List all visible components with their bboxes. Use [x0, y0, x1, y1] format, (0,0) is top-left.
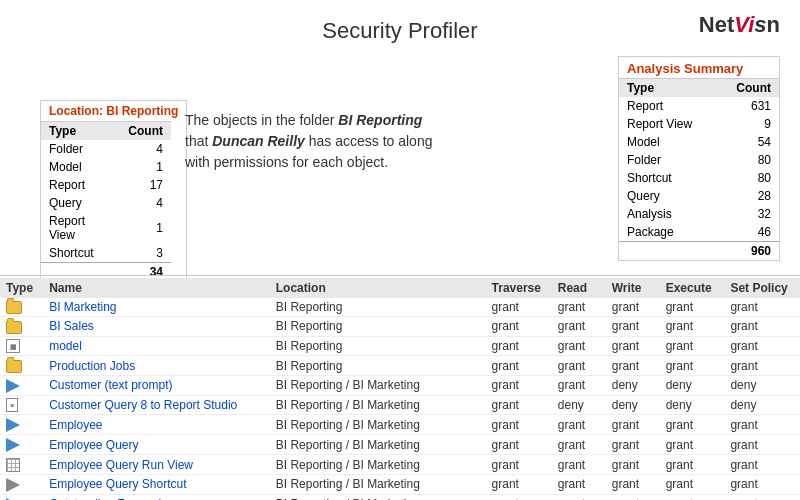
row-read-cell: grant	[552, 317, 606, 336]
loc-type: Model	[41, 158, 120, 176]
row-location-cell: BI Reporting / BI Marketing	[270, 375, 486, 395]
row-read-cell: grant	[552, 298, 606, 317]
row-set-policy-cell: grant	[724, 317, 800, 336]
logo-net: Net	[699, 12, 734, 37]
table-row: BI Marketing BI Reporting grant grant gr…	[0, 298, 800, 317]
row-location-cell: BI Reporting	[270, 336, 486, 356]
row-type-cell	[0, 356, 43, 375]
as-count: 46	[718, 223, 780, 242]
folder-icon	[6, 301, 22, 314]
row-type-cell	[0, 298, 43, 317]
logo-n: n	[767, 12, 780, 37]
analysis-summary-box: Analysis Summary Type Count Report631Rep…	[618, 56, 780, 261]
as-count: 631	[718, 97, 780, 115]
row-traverse-cell: grant	[486, 356, 552, 375]
grid-icon	[6, 458, 20, 472]
logo: NetVisn	[699, 12, 780, 38]
row-name-link[interactable]: Employee Query	[49, 438, 138, 452]
col-write: Write	[606, 278, 660, 298]
list-item: Folder80	[619, 151, 779, 169]
row-traverse-cell: grant	[486, 435, 552, 455]
row-read-cell: grant	[552, 435, 606, 455]
row-name-link[interactable]: Employee	[49, 418, 102, 432]
folder-icon	[6, 360, 22, 373]
row-type-cell	[0, 494, 43, 500]
location-table: Type Count Folder4Model1Report17Query4Re…	[41, 121, 171, 281]
as-type: Package	[619, 223, 718, 242]
row-name-link[interactable]: model	[49, 339, 82, 353]
page-title: Security Profiler	[0, 18, 800, 44]
col-traverse: Traverse	[486, 278, 552, 298]
row-traverse-cell: grant	[486, 415, 552, 435]
row-location-cell: BI Reporting / BI Marketing	[270, 415, 486, 435]
row-write-cell: grant	[606, 415, 660, 435]
col-type: Type	[0, 278, 43, 298]
row-location-cell: BI Reporting	[270, 317, 486, 336]
row-name-link[interactable]: Production Jobs	[49, 359, 135, 373]
list-item: Report631	[619, 97, 779, 115]
row-name-link[interactable]: BI Sales	[49, 319, 94, 333]
logo-s: s	[754, 12, 766, 37]
query-icon	[6, 379, 20, 393]
row-read-cell: grant	[552, 494, 606, 500]
row-execute-cell: grant	[660, 317, 725, 336]
row-execute-cell: grant	[660, 336, 725, 356]
row-type-cell	[0, 415, 43, 435]
row-name-cell[interactable]: Employee	[43, 415, 270, 435]
col-name: Name	[43, 278, 270, 298]
row-name-cell[interactable]: Employee Query	[43, 435, 270, 455]
row-location-cell: BI Reporting / BI Marketing	[270, 494, 486, 500]
list-item: Shortcut3	[41, 244, 171, 263]
table-row: Employee Query BI Reporting / BI Marketi…	[0, 435, 800, 455]
query-icon	[6, 418, 20, 432]
table-row: Employee Query Shortcut BI Reporting / B…	[0, 474, 800, 494]
as-count: 28	[718, 187, 780, 205]
main-table-container[interactable]: Type Name Location Traverse Read Write E…	[0, 278, 800, 500]
row-traverse-cell: grant	[486, 395, 552, 415]
row-name-cell[interactable]: Outstanding Forwards	[43, 494, 270, 500]
row-name-link[interactable]: BI Marketing	[49, 300, 116, 314]
row-name-cell[interactable]: BI Sales	[43, 317, 270, 336]
row-execute-cell: deny	[660, 395, 725, 415]
row-name-cell[interactable]: Customer Query 8 to Report Studio	[43, 395, 270, 415]
row-name-cell[interactable]: BI Marketing	[43, 298, 270, 317]
col-location: Location	[270, 278, 486, 298]
row-write-cell: grant	[606, 336, 660, 356]
row-set-policy-cell: grant	[724, 415, 800, 435]
row-execute-cell: grant	[660, 298, 725, 317]
row-location-cell: BI Reporting	[270, 298, 486, 317]
row-name-link[interactable]: Employee Query Shortcut	[49, 477, 186, 491]
page-header: Security Profiler	[0, 0, 800, 52]
row-execute-cell: grant	[660, 474, 725, 494]
loc-type: Folder	[41, 140, 120, 158]
list-item: Shortcut80	[619, 169, 779, 187]
row-traverse-cell: grant	[486, 317, 552, 336]
row-name-cell[interactable]: Production Jobs	[43, 356, 270, 375]
location-title: Location: BI Reporting	[41, 101, 186, 121]
loc-count: 1	[120, 158, 171, 176]
row-write-cell: grant	[606, 356, 660, 375]
row-name-link[interactable]: Customer (text prompt)	[49, 378, 172, 392]
as-count: 54	[718, 133, 780, 151]
loc-count: 17	[120, 176, 171, 194]
analysis-summary-title: Analysis Summary	[619, 57, 779, 78]
row-read-cell: grant	[552, 375, 606, 395]
logo-vis: Vi	[734, 12, 754, 37]
list-item: Model54	[619, 133, 779, 151]
row-name-link[interactable]: Customer Query 8 to Report Studio	[49, 398, 237, 412]
list-item: Report View1	[41, 212, 171, 244]
list-item: Model1	[41, 158, 171, 176]
as-type: Report	[619, 97, 718, 115]
as-type: Folder	[619, 151, 718, 169]
row-name-cell[interactable]: Employee Query Run View	[43, 455, 270, 475]
row-location-cell: BI Reporting / BI Marketing	[270, 474, 486, 494]
row-execute-cell: grant	[660, 415, 725, 435]
query-icon	[6, 438, 20, 452]
row-name-link[interactable]: Employee Query Run View	[49, 458, 193, 472]
row-name-cell[interactable]: Employee Query Shortcut	[43, 474, 270, 494]
as-col-count: Count	[718, 79, 780, 98]
row-name-cell[interactable]: Customer (text prompt)	[43, 375, 270, 395]
row-name-cell[interactable]: model	[43, 336, 270, 356]
description-text: The objects in the folder BI Reporting t…	[185, 110, 500, 173]
row-traverse-cell: grant	[486, 336, 552, 356]
